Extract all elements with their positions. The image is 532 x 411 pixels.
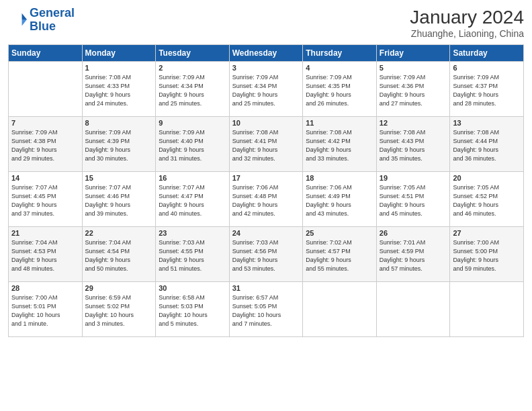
day-info: Sunrise: 7:07 AMSunset: 4:45 PMDaylight:… (11, 183, 79, 218)
day-number: 2 (159, 64, 226, 72)
calendar-day-cell: 12Sunrise: 7:08 AMSunset: 4:43 PMDayligh… (376, 117, 450, 172)
day-number: 17 (232, 174, 300, 182)
main-container: General Blue January 2024 Zhuanghe, Liao… (0, 0, 532, 344)
day-number: 31 (232, 284, 300, 292)
calendar-day-cell: 6Sunrise: 7:09 AMSunset: 4:37 PMDaylight… (450, 62, 524, 117)
day-number: 25 (306, 229, 373, 237)
day-info: Sunrise: 7:08 AMSunset: 4:43 PMDaylight:… (380, 128, 447, 163)
calendar-day-cell: 31Sunrise: 6:57 AMSunset: 5:05 PMDayligh… (229, 282, 303, 337)
day-info: Sunrise: 7:04 AMSunset: 4:54 PMDaylight:… (85, 238, 153, 273)
day-info: Sunrise: 7:02 AMSunset: 4:57 PMDaylight:… (306, 238, 373, 273)
day-info: Sunrise: 7:09 AMSunset: 4:35 PMDaylight:… (306, 73, 373, 108)
day-info: Sunrise: 7:08 AMSunset: 4:42 PMDaylight:… (306, 128, 373, 163)
day-number: 5 (380, 64, 447, 72)
day-info: Sunrise: 7:06 AMSunset: 4:48 PMDaylight:… (232, 183, 300, 218)
calendar-week-row: 7Sunrise: 7:09 AMSunset: 4:38 PMDaylight… (9, 117, 524, 172)
day-info: Sunrise: 6:57 AMSunset: 5:05 PMDaylight:… (232, 293, 300, 328)
day-info: Sunrise: 7:09 AMSunset: 4:38 PMDaylight:… (11, 128, 79, 163)
calendar-day-cell: 7Sunrise: 7:09 AMSunset: 4:38 PMDaylight… (9, 117, 83, 172)
svg-marker-1 (22, 19, 27, 26)
calendar-day-cell: 17Sunrise: 7:06 AMSunset: 4:48 PMDayligh… (229, 172, 303, 227)
day-number: 26 (380, 229, 447, 237)
day-number: 24 (232, 229, 300, 237)
day-info: Sunrise: 7:04 AMSunset: 4:53 PMDaylight:… (11, 238, 79, 273)
calendar-day-cell: 4Sunrise: 7:09 AMSunset: 4:35 PMDaylight… (303, 62, 377, 117)
calendar-day-cell: 8Sunrise: 7:09 AMSunset: 4:39 PMDaylight… (82, 117, 156, 172)
calendar-day-cell: 15Sunrise: 7:07 AMSunset: 4:46 PMDayligh… (82, 172, 156, 227)
calendar-day-cell (450, 282, 524, 337)
logo: General Blue (8, 7, 75, 34)
day-info: Sunrise: 7:09 AMSunset: 4:37 PMDaylight:… (453, 73, 521, 108)
day-info: Sunrise: 7:07 AMSunset: 4:47 PMDaylight:… (159, 183, 226, 218)
logo-text: General Blue (30, 7, 75, 34)
day-number: 23 (159, 229, 226, 237)
day-info: Sunrise: 7:06 AMSunset: 4:49 PMDaylight:… (306, 183, 373, 218)
calendar-header-row: SundayMondayTuesdayWednesdayThursdayFrid… (9, 45, 524, 62)
day-info: Sunrise: 7:08 AMSunset: 4:44 PMDaylight:… (453, 128, 521, 163)
calendar-day-cell: 30Sunrise: 6:58 AMSunset: 5:03 PMDayligh… (156, 282, 230, 337)
calendar-day-cell (303, 282, 377, 337)
day-number: 3 (232, 64, 300, 72)
header: General Blue January 2024 Zhuanghe, Liao… (8, 7, 524, 39)
calendar-day-cell: 13Sunrise: 7:08 AMSunset: 4:44 PMDayligh… (450, 117, 524, 172)
calendar-day-cell: 28Sunrise: 7:00 AMSunset: 5:01 PMDayligh… (9, 282, 83, 337)
calendar-week-row: 1Sunrise: 7:08 AMSunset: 4:33 PMDaylight… (9, 62, 524, 117)
day-info: Sunrise: 7:07 AMSunset: 4:46 PMDaylight:… (85, 183, 153, 218)
calendar-day-cell: 25Sunrise: 7:02 AMSunset: 4:57 PMDayligh… (303, 227, 377, 282)
calendar-day-cell: 24Sunrise: 7:03 AMSunset: 4:56 PMDayligh… (229, 227, 303, 282)
calendar-day-cell: 22Sunrise: 7:04 AMSunset: 4:54 PMDayligh… (82, 227, 156, 282)
day-number: 18 (306, 174, 373, 182)
calendar-week-row: 21Sunrise: 7:04 AMSunset: 4:53 PMDayligh… (9, 227, 524, 282)
day-info: Sunrise: 7:00 AMSunset: 5:01 PMDaylight:… (11, 293, 79, 328)
day-info: Sunrise: 7:01 AMSunset: 4:59 PMDaylight:… (380, 238, 447, 273)
logo-line2: Blue (30, 19, 56, 33)
calendar-table: SundayMondayTuesdayWednesdayThursdayFrid… (8, 44, 524, 337)
calendar-day-cell: 29Sunrise: 6:59 AMSunset: 5:02 PMDayligh… (82, 282, 156, 337)
calendar-week-row: 28Sunrise: 7:00 AMSunset: 5:01 PMDayligh… (9, 282, 524, 337)
day-number: 11 (306, 119, 373, 127)
day-info: Sunrise: 7:08 AMSunset: 4:41 PMDaylight:… (232, 128, 300, 163)
day-number: 14 (11, 174, 79, 182)
calendar-day-cell: 20Sunrise: 7:05 AMSunset: 4:52 PMDayligh… (450, 172, 524, 227)
calendar-day-cell: 19Sunrise: 7:05 AMSunset: 4:51 PMDayligh… (376, 172, 450, 227)
calendar-day-cell: 5Sunrise: 7:09 AMSunset: 4:36 PMDaylight… (376, 62, 450, 117)
day-number: 19 (380, 174, 447, 182)
calendar-day-cell: 23Sunrise: 7:03 AMSunset: 4:55 PMDayligh… (156, 227, 230, 282)
logo-line1: General (30, 6, 75, 19)
calendar-header-cell: Saturday (450, 45, 524, 62)
day-number: 16 (159, 174, 226, 182)
calendar-day-cell (376, 282, 450, 337)
calendar-day-cell: 21Sunrise: 7:04 AMSunset: 4:53 PMDayligh… (9, 227, 83, 282)
title-block: January 2024 Zhuanghe, Liaoning, China (410, 7, 524, 39)
day-number: 9 (159, 119, 226, 127)
calendar-day-cell: 1Sunrise: 7:08 AMSunset: 4:33 PMDaylight… (82, 62, 156, 117)
day-number: 12 (380, 119, 447, 127)
day-number: 21 (11, 229, 79, 237)
calendar-day-cell: 9Sunrise: 7:09 AMSunset: 4:40 PMDaylight… (156, 117, 230, 172)
calendar-day-cell: 3Sunrise: 7:09 AMSunset: 4:34 PMDaylight… (229, 62, 303, 117)
svg-marker-0 (22, 13, 27, 19)
day-number: 15 (85, 174, 153, 182)
day-info: Sunrise: 7:09 AMSunset: 4:36 PMDaylight:… (380, 73, 447, 108)
day-info: Sunrise: 7:03 AMSunset: 4:56 PMDaylight:… (232, 238, 300, 273)
day-number: 4 (306, 64, 373, 72)
month-title: January 2024 (410, 7, 524, 28)
logo-icon (8, 11, 27, 30)
day-number: 10 (232, 119, 300, 127)
day-info: Sunrise: 7:08 AMSunset: 4:33 PMDaylight:… (85, 73, 153, 108)
day-number: 13 (453, 119, 521, 127)
calendar-day-cell (9, 62, 83, 117)
day-info: Sunrise: 7:09 AMSunset: 4:40 PMDaylight:… (159, 128, 226, 163)
calendar-header-cell: Thursday (303, 45, 377, 62)
day-info: Sunrise: 7:05 AMSunset: 4:52 PMDaylight:… (453, 183, 521, 218)
calendar-day-cell: 18Sunrise: 7:06 AMSunset: 4:49 PMDayligh… (303, 172, 377, 227)
subtitle: Zhuanghe, Liaoning, China (410, 28, 524, 39)
day-info: Sunrise: 7:00 AMSunset: 5:00 PMDaylight:… (453, 238, 521, 273)
day-info: Sunrise: 7:09 AMSunset: 4:34 PMDaylight:… (159, 73, 226, 108)
day-number: 22 (85, 229, 153, 237)
day-number: 20 (453, 174, 521, 182)
calendar-header-cell: Monday (82, 45, 156, 62)
calendar-day-cell: 2Sunrise: 7:09 AMSunset: 4:34 PMDaylight… (156, 62, 230, 117)
day-number: 6 (453, 64, 521, 72)
calendar-header-cell: Tuesday (156, 45, 230, 62)
